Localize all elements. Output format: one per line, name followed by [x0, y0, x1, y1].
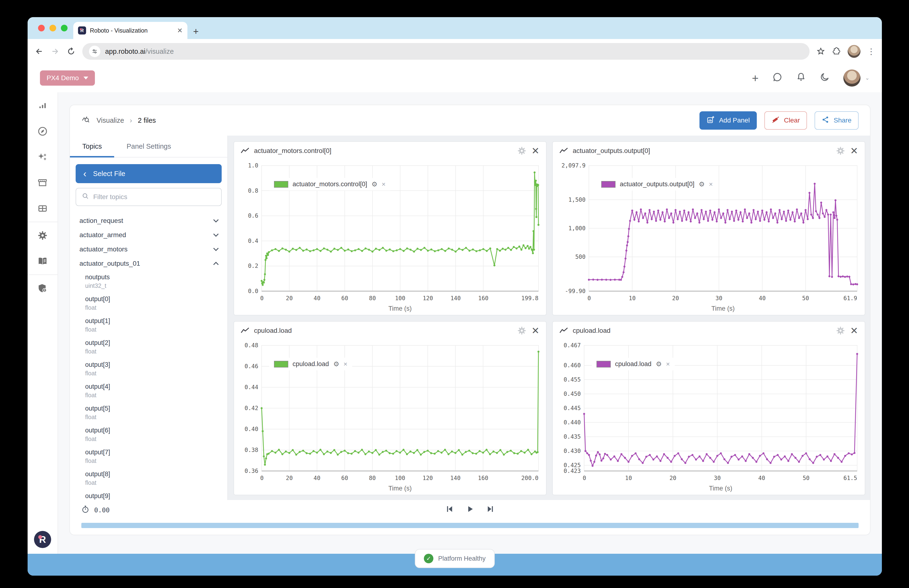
- clear-label: Clear: [784, 116, 800, 124]
- topic-field[interactable]: output[5]float: [74, 402, 224, 424]
- topic-row[interactable]: actuator_armed: [74, 228, 224, 242]
- legend-settings-gear-icon[interactable]: ⚙: [699, 180, 705, 188]
- field-type: float: [85, 391, 219, 399]
- account-chevron-down-icon[interactable]: ⌄: [865, 75, 870, 81]
- svg-text:0: 0: [260, 475, 263, 481]
- legend-settings-gear-icon[interactable]: ⚙: [656, 360, 662, 368]
- topic-row[interactable]: action_request: [74, 213, 224, 228]
- topic-field[interactable]: noutputsuint32_t: [74, 271, 224, 292]
- rail-admin-shield-icon[interactable]: [37, 283, 48, 294]
- site-settings-icon[interactable]: [89, 46, 100, 57]
- breadcrumb-current: 2 files: [138, 116, 156, 124]
- topic-field[interactable]: output[2]float: [74, 336, 224, 358]
- topic-row[interactable]: actuator_outputs_01: [74, 257, 224, 271]
- rail-panels-grid-icon[interactable]: [37, 203, 48, 214]
- panel-close-icon[interactable]: ✕: [850, 326, 858, 335]
- org-switcher-button[interactable]: PX4 Demo: [40, 70, 95, 86]
- back-button[interactable]: [34, 47, 44, 56]
- play-button[interactable]: [465, 504, 475, 515]
- skip-to-start-button[interactable]: [445, 504, 454, 515]
- legend-remove-icon[interactable]: ×: [382, 181, 386, 188]
- clear-button[interactable]: Clear: [764, 111, 807, 130]
- panel-settings-gear-icon[interactable]: [517, 326, 526, 335]
- minimize-window-button[interactable]: [50, 25, 56, 31]
- svg-text:80: 80: [369, 295, 376, 302]
- bookmark-star-icon[interactable]: [816, 47, 825, 56]
- breadcrumb-root[interactable]: Visualize: [97, 116, 124, 124]
- topic-field[interactable]: output[0]float: [74, 292, 224, 315]
- rail-explore-compass-icon[interactable]: [37, 126, 48, 137]
- legend-settings-gear-icon[interactable]: ⚙: [333, 360, 339, 368]
- legend-remove-icon[interactable]: ×: [709, 181, 713, 188]
- topic-field[interactable]: output[8]float: [74, 468, 224, 489]
- chat-icon[interactable]: [772, 72, 783, 84]
- zoom-window-button[interactable]: [61, 25, 68, 31]
- traffic-lights: [38, 25, 68, 31]
- topic-name: actuator_armed: [79, 231, 126, 239]
- topic-field[interactable]: output[1]float: [74, 315, 224, 336]
- healthy-check-icon: ✓: [424, 554, 433, 563]
- legend-remove-icon[interactable]: ×: [344, 360, 347, 368]
- legend-swatch: [274, 361, 288, 367]
- legend-swatch: [596, 361, 611, 367]
- extensions-icon[interactable]: [832, 47, 841, 56]
- reload-button[interactable]: [66, 47, 76, 56]
- panel-header: cpuload.load ✕: [553, 321, 865, 340]
- user-avatar[interactable]: [843, 69, 861, 87]
- topic-field[interactable]: output[9]float: [74, 489, 224, 500]
- add-panel-button[interactable]: Add Panel: [699, 111, 757, 130]
- panel-settings-gear-icon[interactable]: [517, 146, 526, 155]
- tab-close-icon[interactable]: ✕: [177, 27, 182, 34]
- svg-text:10: 10: [625, 475, 632, 481]
- rail-settings-gear-icon[interactable]: [37, 230, 48, 241]
- close-window-button[interactable]: [38, 25, 45, 31]
- svg-text:0.455: 0.455: [563, 376, 581, 383]
- panel-close-icon[interactable]: ✕: [850, 146, 858, 155]
- topic-field[interactable]: output[3]float: [74, 358, 224, 380]
- browser-profile-avatar[interactable]: [848, 45, 861, 58]
- chevron-down-icon: [213, 233, 219, 237]
- browser-menu-icon[interactable]: ⋮: [867, 47, 875, 56]
- forward-button[interactable]: [50, 47, 60, 56]
- topic-field[interactable]: output[7]float: [74, 446, 224, 468]
- visualize-chart-search-icon: [81, 115, 91, 126]
- panel-close-icon[interactable]: ✕: [531, 146, 539, 155]
- legend-settings-gear-icon[interactable]: ⚙: [371, 180, 378, 188]
- share-nodes-icon: [822, 116, 829, 125]
- skip-to-end-button[interactable]: [486, 504, 495, 515]
- panel-close-icon[interactable]: ✕: [531, 326, 539, 335]
- rail-store-icon[interactable]: [37, 177, 48, 188]
- topic-field[interactable]: output[6]float: [74, 424, 224, 446]
- panel-settings-gear-icon[interactable]: [836, 326, 845, 335]
- rail-docs-book-icon[interactable]: [37, 255, 48, 267]
- theme-moon-icon[interactable]: [820, 72, 830, 84]
- filter-topics-input[interactable]: [93, 193, 215, 201]
- url-bar[interactable]: app.roboto.ai/visualize: [82, 43, 810, 60]
- notifications-bell-icon[interactable]: [796, 72, 806, 84]
- panel-settings-gear-icon[interactable]: [836, 146, 845, 155]
- select-file-button[interactable]: ‹ Select File: [76, 164, 222, 183]
- legend-remove-icon[interactable]: ×: [666, 360, 670, 368]
- rail-analytics-bar-chart-icon[interactable]: [37, 100, 48, 111]
- tab-panel-settings[interactable]: Panel Settings: [114, 136, 183, 157]
- svg-text:200.0: 200.0: [522, 475, 538, 481]
- tab-topics[interactable]: Topics: [70, 136, 114, 157]
- timeline-scrubber[interactable]: [81, 523, 859, 528]
- new-tab-button[interactable]: +: [193, 27, 199, 36]
- browser-tab[interactable]: R Roboto - Visualization ✕: [73, 22, 187, 39]
- main-content: Visualize › 2 files: [58, 92, 882, 554]
- chart-legend: actuator_motors.control[0]⚙×: [269, 178, 390, 191]
- legend-label: cpuload.load: [292, 360, 329, 368]
- stopwatch-icon: [81, 505, 89, 515]
- share-button[interactable]: Share: [815, 111, 859, 130]
- svg-text:500: 500: [575, 254, 586, 260]
- create-new-button[interactable]: +: [752, 72, 759, 85]
- topic-field[interactable]: output[4]float: [74, 380, 224, 402]
- svg-text:0.42: 0.42: [244, 405, 258, 412]
- rail-ai-sparkles-icon[interactable]: [37, 151, 48, 163]
- svg-text:0.0: 0.0: [248, 288, 258, 294]
- svg-text:0.460: 0.460: [563, 362, 581, 369]
- topic-row[interactable]: actuator_motors: [74, 242, 224, 257]
- tab-title: Roboto - Visualization: [90, 27, 173, 34]
- chevron-down-icon: [213, 247, 219, 251]
